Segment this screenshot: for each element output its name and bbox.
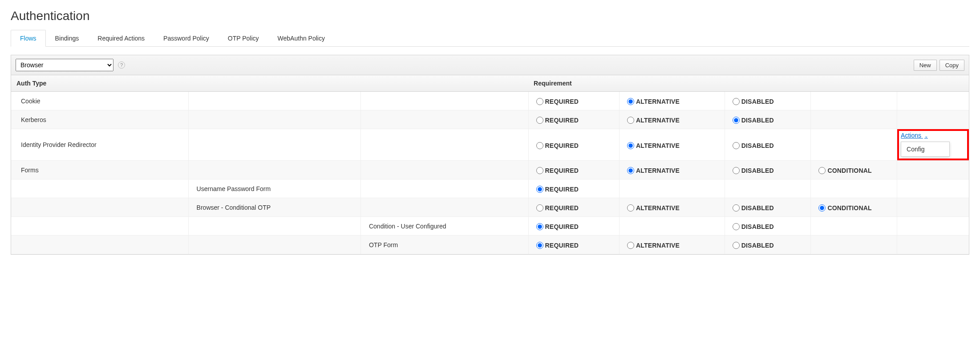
disabled-radio[interactable] <box>733 142 740 149</box>
required-label: REQUIRED <box>545 142 579 149</box>
required-cell: REQUIRED <box>528 129 619 161</box>
auth-name-cell <box>188 110 360 129</box>
disabled-cell: DISABLED <box>725 236 811 254</box>
required-cell: REQUIRED <box>528 161 619 179</box>
disabled-radio[interactable] <box>733 223 740 230</box>
auth-name-cell: Kerberos <box>11 110 188 129</box>
tab-flows[interactable]: Flows <box>11 30 46 47</box>
actions-highlight: Actions ⌄Config <box>897 129 969 160</box>
conditional-cell <box>811 217 897 236</box>
required-cell: REQUIRED <box>528 198 619 217</box>
required-radio[interactable] <box>536 117 543 124</box>
disabled-label: DISABLED <box>741 142 774 149</box>
conditional-cell <box>811 236 897 254</box>
conditional-radio[interactable] <box>818 204 826 212</box>
auth-name-cell <box>188 129 360 161</box>
disabled-radio[interactable] <box>733 167 740 174</box>
alternative-radio[interactable] <box>627 117 634 124</box>
help-icon[interactable]: ? <box>118 61 125 69</box>
required-radio[interactable] <box>536 204 543 212</box>
alternative-label: ALTERNATIVE <box>636 167 680 174</box>
table-row: Identity Provider RedirectorREQUIREDALTE… <box>11 129 969 161</box>
disabled-cell: DISABLED <box>725 92 811 110</box>
tab-required-actions[interactable]: Required Actions <box>88 30 154 47</box>
auth-name-cell <box>360 110 528 129</box>
alternative-radio[interactable] <box>627 98 634 105</box>
required-radio[interactable] <box>536 98 543 105</box>
disabled-radio[interactable] <box>733 242 740 249</box>
alternative-label: ALTERNATIVE <box>636 242 680 249</box>
disabled-label: DISABLED <box>741 223 774 230</box>
auth-name-cell <box>360 129 528 161</box>
actions-cell <box>897 198 969 217</box>
table-row: Username Password FormREQUIRED <box>11 179 969 198</box>
conditional-radio[interactable] <box>818 167 826 174</box>
actions-link[interactable]: Actions ⌄ <box>901 132 928 139</box>
disabled-cell: DISABLED <box>725 129 811 161</box>
auth-name-cell <box>11 217 188 236</box>
actions-cell <box>897 179 969 198</box>
conditional-cell <box>811 92 897 110</box>
page-title: Authentication <box>11 9 969 23</box>
required-label: REQUIRED <box>545 242 579 249</box>
col-requirement: Requirement <box>528 75 969 92</box>
auth-name-cell: Identity Provider Redirector <box>11 129 188 161</box>
tab-otp-policy[interactable]: OTP Policy <box>219 30 268 47</box>
alternative-label: ALTERNATIVE <box>636 204 680 212</box>
col-auth-type: Auth Type <box>11 75 528 92</box>
tab-webauthn-policy[interactable]: WebAuthn Policy <box>268 30 334 47</box>
required-cell: REQUIRED <box>528 179 619 198</box>
required-radio[interactable] <box>536 186 543 193</box>
required-radio[interactable] <box>536 223 543 230</box>
auth-name-cell <box>188 217 360 236</box>
disabled-radio[interactable] <box>733 98 740 105</box>
conditional-cell <box>811 129 897 161</box>
tab-bar: FlowsBindingsRequired ActionsPassword Po… <box>11 29 969 47</box>
actions-menu-item[interactable]: Config <box>901 142 949 156</box>
table-row: FormsREQUIREDALTERNATIVEDISABLEDCONDITIO… <box>11 161 969 179</box>
disabled-label: DISABLED <box>741 242 774 249</box>
alternative-label: ALTERNATIVE <box>636 117 680 124</box>
auth-name-cell <box>360 198 528 217</box>
toolbar: Browser ? New Copy <box>11 55 969 75</box>
copy-button[interactable]: Copy <box>940 60 964 71</box>
auth-flow-table: Auth Type Requirement CookieREQUIREDALTE… <box>11 75 969 254</box>
alternative-radio[interactable] <box>627 167 634 174</box>
auth-name-cell: Condition - User Configured <box>360 217 528 236</box>
required-radio[interactable] <box>536 167 543 174</box>
auth-name-cell <box>11 236 188 254</box>
alternative-radio[interactable] <box>627 204 634 212</box>
alternative-radio[interactable] <box>627 142 634 149</box>
conditional-label: CONDITIONAL <box>827 167 871 174</box>
alternative-cell: ALTERNATIVE <box>620 110 725 129</box>
disabled-cell <box>725 179 811 198</box>
actions-dropdown: Config <box>901 142 950 157</box>
disabled-radio[interactable] <box>733 117 740 124</box>
actions-cell <box>897 92 969 110</box>
alternative-cell <box>620 217 725 236</box>
table-row: KerberosREQUIREDALTERNATIVEDISABLED <box>11 110 969 129</box>
table-row: OTP FormREQUIREDALTERNATIVEDISABLED <box>11 236 969 254</box>
required-cell: REQUIRED <box>528 217 619 236</box>
flow-select[interactable]: Browser <box>16 59 113 71</box>
auth-name-cell <box>360 179 528 198</box>
alternative-cell: ALTERNATIVE <box>620 161 725 179</box>
auth-name-cell <box>11 179 188 198</box>
alternative-label: ALTERNATIVE <box>636 142 680 149</box>
disabled-cell: DISABLED <box>725 217 811 236</box>
conditional-cell <box>811 179 897 198</box>
alternative-radio[interactable] <box>627 242 634 249</box>
required-label: REQUIRED <box>545 98 579 105</box>
required-radio[interactable] <box>536 142 543 149</box>
disabled-cell: DISABLED <box>725 110 811 129</box>
disabled-radio[interactable] <box>733 204 740 212</box>
tab-password-policy[interactable]: Password Policy <box>154 30 219 47</box>
auth-name-cell: OTP Form <box>360 236 528 254</box>
required-radio[interactable] <box>536 242 543 249</box>
disabled-label: DISABLED <box>741 117 774 124</box>
auth-name-cell <box>188 236 360 254</box>
conditional-cell: CONDITIONAL <box>811 161 897 179</box>
tab-bindings[interactable]: Bindings <box>46 30 89 47</box>
auth-name-cell <box>11 198 188 217</box>
new-button[interactable]: New <box>914 60 937 71</box>
